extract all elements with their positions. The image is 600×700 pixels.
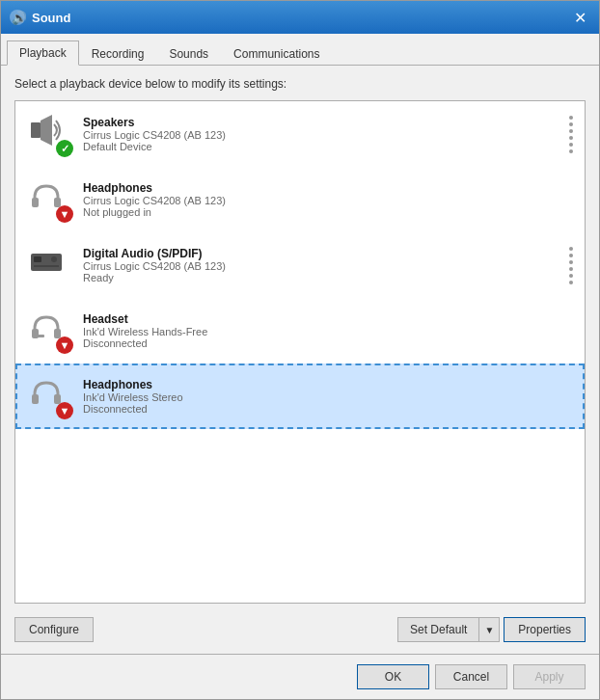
sound-dialog: 🔊 Sound ✕ Playback Recording Sounds Comm… bbox=[0, 0, 600, 700]
device-info-headset: Headset Ink'd Wireless Hands-Free Discon… bbox=[83, 312, 573, 349]
svg-text:🔊: 🔊 bbox=[12, 10, 26, 26]
svg-point-8 bbox=[51, 256, 57, 262]
device-name-headset: Headset bbox=[83, 312, 573, 326]
x-badge-headphones2: ▼ bbox=[56, 402, 73, 419]
window-icon: 🔊 bbox=[9, 9, 26, 26]
device-status-headphones2: Disconnected bbox=[83, 403, 573, 415]
set-default-dropdown[interactable]: ▼ bbox=[478, 617, 500, 642]
device-icon-digital-wrap bbox=[27, 242, 73, 288]
svg-rect-4 bbox=[32, 198, 39, 207]
device-desc-headphones1: Cirrus Logic CS4208 (AB 123) bbox=[83, 195, 573, 206]
device-status-speakers: Default Device bbox=[83, 141, 561, 152]
device-name-headphones1: Headphones bbox=[83, 181, 573, 195]
device-item-digital-audio[interactable]: Digital Audio (S/PDIF) Cirrus Logic CS42… bbox=[15, 232, 585, 298]
device-dots-digital bbox=[569, 247, 573, 284]
properties-button[interactable]: Properties bbox=[504, 617, 586, 642]
device-info-digital: Digital Audio (S/PDIF) Cirrus Logic CS42… bbox=[83, 247, 561, 283]
device-dots-speakers bbox=[569, 116, 573, 153]
digital-audio-icon bbox=[27, 242, 66, 281]
device-item-headphones1[interactable]: ▼ Headphones Cirrus Logic CS4208 (AB 123… bbox=[15, 167, 585, 232]
device-info-headphones1: Headphones Cirrus Logic CS4208 (AB 123) … bbox=[83, 181, 573, 218]
footer: OK Cancel Apply bbox=[1, 654, 599, 699]
set-default-group: Set Default ▼ bbox=[397, 617, 500, 642]
x-badge-headset: ▼ bbox=[56, 337, 73, 354]
svg-rect-7 bbox=[34, 256, 41, 262]
ok-button[interactable]: OK bbox=[357, 664, 429, 689]
tab-content: Select a playback device below to modify… bbox=[1, 66, 599, 654]
device-item-speakers[interactable]: ✓ Speakers Cirrus Logic CS4208 (AB 123) … bbox=[15, 101, 585, 167]
svg-rect-2 bbox=[31, 122, 41, 138]
right-buttons: Set Default ▼ Properties bbox=[397, 617, 586, 642]
apply-button[interactable]: Apply bbox=[513, 664, 586, 689]
instruction-text: Select a playback device below to modify… bbox=[14, 77, 586, 91]
tab-communications[interactable]: Communications bbox=[221, 40, 332, 66]
svg-rect-9 bbox=[34, 265, 59, 267]
tab-sounds[interactable]: Sounds bbox=[156, 40, 221, 66]
x-badge-headphones1: ▼ bbox=[56, 205, 73, 223]
svg-rect-13 bbox=[32, 394, 39, 404]
device-info-speakers: Speakers Cirrus Logic CS4208 (AB 123) De… bbox=[83, 116, 561, 152]
device-icon-headphones2-wrap: ▼ bbox=[27, 373, 73, 419]
action-buttons-row: Configure Set Default ▼ Properties bbox=[14, 617, 586, 642]
tabs-bar: Playback Recording Sounds Communications bbox=[1, 34, 599, 66]
title-bar: 🔊 Sound ✕ bbox=[1, 1, 599, 34]
device-name-speakers: Speakers bbox=[83, 116, 561, 129]
device-item-headset[interactable]: ▼ Headset Ink'd Wireless Hands-Free Disc… bbox=[15, 298, 585, 363]
tab-playback[interactable]: Playback bbox=[7, 40, 79, 66]
device-name-digital: Digital Audio (S/PDIF) bbox=[83, 247, 561, 260]
device-icon-speakers-wrap: ✓ bbox=[27, 111, 73, 157]
device-list: ✓ Speakers Cirrus Logic CS4208 (AB 123) … bbox=[14, 100, 586, 604]
device-item-headphones2[interactable]: ▼ Headphones Ink'd Wireless Stereo Disco… bbox=[15, 363, 585, 429]
device-icon-headset-wrap: ▼ bbox=[27, 308, 73, 354]
device-desc-headset: Ink'd Wireless Hands-Free bbox=[83, 326, 573, 337]
device-icon-headphones1-wrap: ▼ bbox=[27, 176, 73, 223]
set-default-button[interactable]: Set Default bbox=[397, 617, 478, 642]
close-button[interactable]: ✕ bbox=[568, 6, 591, 29]
device-desc-headphones2: Ink'd Wireless Stereo bbox=[83, 391, 573, 403]
device-status-headset: Disconnected bbox=[83, 337, 573, 349]
device-name-headphones2: Headphones bbox=[83, 378, 573, 391]
configure-button[interactable]: Configure bbox=[14, 617, 94, 642]
tab-recording[interactable]: Recording bbox=[79, 40, 157, 66]
device-status-digital: Ready bbox=[83, 272, 561, 283]
check-badge-speakers: ✓ bbox=[56, 140, 73, 157]
window-title: Sound bbox=[32, 11, 568, 25]
cancel-button[interactable]: Cancel bbox=[435, 664, 507, 689]
device-status-headphones1: Not plugged in bbox=[83, 206, 573, 218]
device-desc-speakers: Cirrus Logic CS4208 (AB 123) bbox=[83, 129, 561, 141]
device-desc-digital: Cirrus Logic CS4208 (AB 123) bbox=[83, 260, 561, 272]
svg-rect-12 bbox=[37, 335, 44, 337]
svg-marker-3 bbox=[41, 115, 52, 146]
device-info-headphones2: Headphones Ink'd Wireless Stereo Disconn… bbox=[83, 378, 573, 415]
